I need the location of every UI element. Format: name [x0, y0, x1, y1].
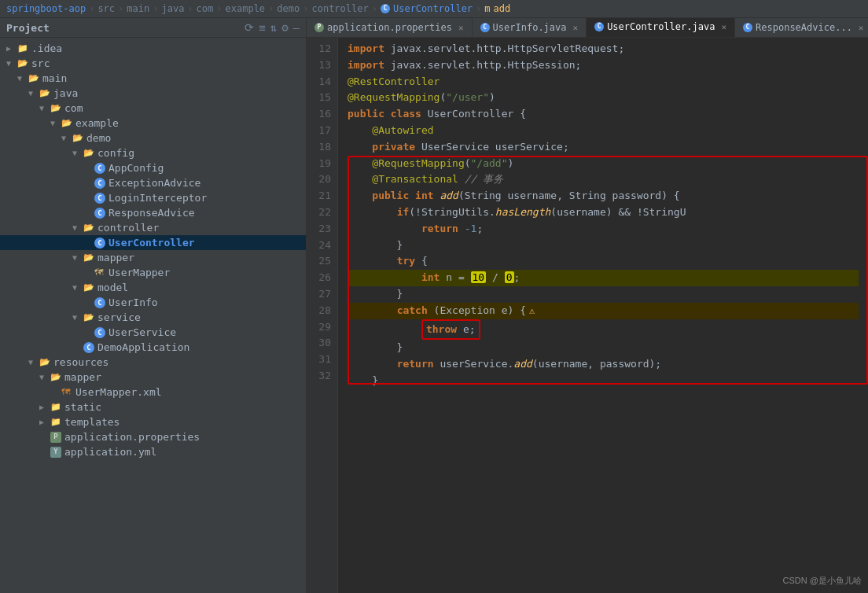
breadcrumb-item-usercontroller[interactable]: UserController [393, 3, 473, 14]
mapper-icon: 🗺 [94, 267, 108, 278]
settings-icon[interactable]: ⚙ [281, 21, 288, 34]
tree-item-app-props[interactable]: P application.properties [0, 429, 306, 444]
line-num-23: 23 [313, 221, 331, 238]
tree-item-java[interactable]: ▼ 📂 java [0, 86, 306, 101]
code-text [348, 271, 421, 283]
arrow-icon: ▼ [72, 223, 83, 232]
code-text: userService. [434, 358, 514, 370]
tab-responseadvice[interactable]: C ResponseAdvice... ✕ [735, 18, 868, 37]
tree-item-main[interactable]: ▼ 📂 main [0, 71, 306, 86]
code-text: } [348, 341, 403, 353]
code-text: javax.servlet.http.HttpSession; [384, 59, 581, 71]
tree-item-usercontroller[interactable]: C UserController [0, 235, 306, 250]
sync-icon[interactable]: ⟳ [245, 21, 254, 34]
line-num-26: 26 [313, 270, 331, 286]
collapse-icon[interactable]: ≡ [259, 21, 265, 34]
tree-item-demoapplication[interactable]: C DemoApplication [0, 340, 306, 355]
tab-icon-usercontroller: C [594, 22, 604, 31]
tree-item-usermapper[interactable]: 🗺 UserMapper [0, 265, 306, 280]
code-text [348, 323, 421, 335]
folder-icon: 📂 [83, 252, 97, 263]
tree-item-idea[interactable]: ▶ 📁 .idea [0, 41, 306, 56]
tree-item-model[interactable]: ▼ 📂 model [0, 280, 306, 295]
tab-usercontroller[interactable]: C UserController.java ✕ [587, 18, 735, 37]
tree-item-demo[interactable]: ▼ 📂 demo [0, 131, 306, 145]
tree-label-main: main [42, 72, 67, 84]
code-line-19: @RequestMapping("/add") [348, 156, 859, 172]
tree-label-usermapper: UserMapper [108, 267, 170, 278]
code-text [458, 223, 465, 234]
tab-close-props[interactable]: ✕ [458, 23, 464, 33]
sidebar-header: Project ⟳ ≡ ⇅ ⚙ — [0, 18, 306, 38]
tree-item-templates[interactable]: ▶ 📁 templates [0, 414, 306, 429]
arrow-icon: ▼ [39, 373, 50, 381]
folder-icon: 📂 [17, 58, 31, 68]
code-line-32: } [348, 373, 859, 389]
code-text: } [348, 239, 403, 251]
code-line-12: import javax.servlet.http.HttpServletReq… [348, 41, 859, 57]
breadcrumb-item-springboot[interactable]: springboot-aop [6, 3, 86, 14]
arrow-icon: ▼ [72, 313, 83, 322]
tab-close-usercontroller[interactable]: ✕ [721, 22, 726, 32]
tree-label-idea: .idea [31, 42, 62, 54]
highlight-10: 10 [471, 271, 487, 283]
tree-item-logininterceptor[interactable]: C LoginInterceptor [0, 190, 306, 205]
tab-close-responseadvice[interactable]: ✕ [859, 23, 864, 33]
comment-transactional: // 事务 [465, 173, 503, 185]
tab-app-properties[interactable]: P application.properties ✕ [307, 18, 473, 37]
yml-icon: Y [50, 446, 64, 458]
tree-label-mapper: mapper [97, 252, 134, 263]
minimize-icon[interactable]: — [293, 21, 300, 34]
tree-item-service[interactable]: ▼ 📂 service [0, 310, 306, 325]
tree-label-resources: resources [53, 356, 108, 368]
breadcrumb-item-java[interactable]: java [161, 3, 184, 14]
tree-item-app-yml[interactable]: Y application.yml [0, 444, 306, 459]
xml-icon: 🗺 [61, 387, 75, 398]
code-line-27: } [348, 286, 859, 303]
breadcrumb-item-example[interactable]: example [226, 3, 266, 14]
tree-item-mapper-dir[interactable]: ▼ 📂 mapper [0, 250, 306, 265]
folder-icon: 📁 [50, 417, 64, 427]
tree-label-com: com [64, 102, 83, 114]
breadcrumb-item-demo[interactable]: demo [277, 3, 300, 14]
tree-item-userinfo[interactable]: C UserInfo [0, 295, 306, 310]
c-icon: C [94, 163, 108, 174]
breadcrumb-item-m-icon: m [484, 3, 490, 14]
tree-item-static[interactable]: ▶ 📁 static [0, 400, 306, 414]
tree-item-controller[interactable]: ▼ 📂 controller [0, 220, 306, 235]
tree-label-appconfig: AppConfig [108, 162, 164, 174]
tab-userinfo[interactable]: C UserInfo.java ✕ [473, 18, 587, 37]
code-editor-wrapper: 12 13 14 15 16 17 18 19 20 21 22 23 [307, 38, 868, 593]
breadcrumb-item-add[interactable]: add [494, 3, 511, 14]
tree-item-src[interactable]: ▼ 📂 src [0, 56, 306, 71]
str-user: "/user" [446, 91, 489, 103]
tree-item-exceptionadvice[interactable]: C ExceptionAdvice [0, 175, 306, 190]
breadcrumb-item-main[interactable]: main [127, 3, 149, 14]
breadcrumb-item-controller[interactable]: controller [311, 3, 368, 14]
code-text [348, 304, 397, 316]
tree-item-usermapper-xml[interactable]: 🗺 UserMapper.xml [0, 385, 306, 400]
code-text [348, 358, 397, 370]
tree-item-config[interactable]: ▼ 📂 config [0, 145, 306, 160]
tree-item-responseadvice[interactable]: C ResponseAdvice [0, 205, 306, 220]
breadcrumb-item-src[interactable]: src [97, 3, 115, 14]
c-icon: C [94, 327, 108, 338]
line-num-14: 14 [313, 74, 331, 90]
tab-close-userinfo[interactable]: ✕ [573, 23, 579, 33]
code-scroll[interactable]: 12 13 14 15 16 17 18 19 20 21 22 23 [307, 38, 868, 593]
tree-item-com[interactable]: ▼ 📂 com [0, 101, 306, 116]
tree-item-example[interactable]: ▼ 📂 example [0, 116, 306, 131]
line-num-21: 21 [313, 188, 331, 204]
tree-label-config: config [97, 147, 134, 159]
breadcrumb-item-com[interactable]: com [197, 3, 214, 14]
code-text: } [348, 374, 378, 386]
tree-item-userservice[interactable]: C UserService [0, 325, 306, 340]
tree-item-resources[interactable]: ▼ 📂 resources [0, 355, 306, 370]
kw-int-26: int [421, 271, 440, 283]
tree-label-responseadvice: ResponseAdvice [108, 207, 195, 219]
code-line-31: return userService.add(username, passwor… [348, 356, 859, 373]
tree-item-appconfig[interactable]: C AppConfig [0, 160, 306, 175]
code-text: ) [508, 157, 514, 169]
sort-icon[interactable]: ⇅ [270, 21, 277, 34]
tree-item-resources-mapper[interactable]: ▼ 📂 mapper [0, 370, 306, 385]
